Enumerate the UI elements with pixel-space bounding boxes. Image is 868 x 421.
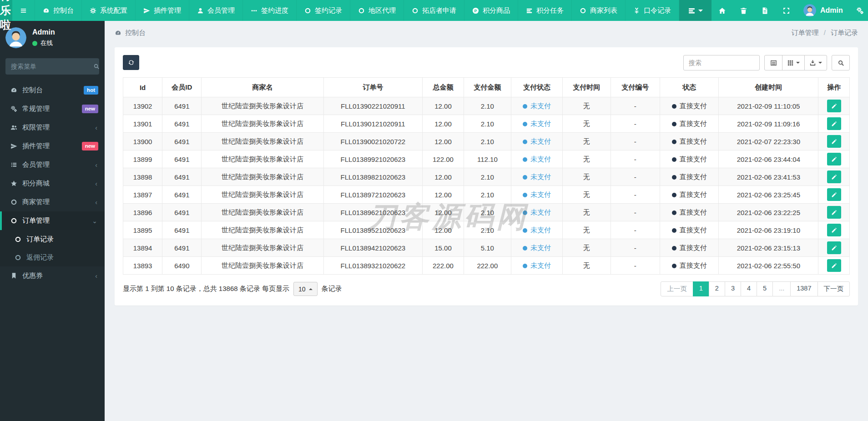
col-header-merchant[interactable]: 商家名 xyxy=(202,78,323,97)
breadcrumb-parent[interactable]: 订单管理 xyxy=(791,29,818,36)
col-header-order_no[interactable]: 订单号 xyxy=(323,78,422,97)
cell-action xyxy=(818,239,850,257)
status-dot-icon xyxy=(672,175,676,180)
nav-item-sign-records[interactable]: 签约记录 xyxy=(297,0,350,21)
cell-created: 2021-02-06 23:19:10 xyxy=(719,221,818,239)
col-header-pay_no[interactable]: 支付编号 xyxy=(611,78,660,97)
nav-fullscreen-button[interactable] xyxy=(776,0,797,21)
circle-icon xyxy=(412,7,419,14)
cell-member_id: 6491 xyxy=(162,168,202,186)
edit-button[interactable] xyxy=(827,100,841,112)
profile-status-label: 在线 xyxy=(40,39,53,47)
nav-item-sign-progress[interactable]: 签约进度 xyxy=(243,0,297,21)
status-dot-icon xyxy=(672,122,676,126)
circle-icon xyxy=(15,254,21,261)
page-next[interactable]: 下一页 xyxy=(818,281,850,296)
refresh-button[interactable] xyxy=(123,55,139,70)
table-search-input[interactable] xyxy=(683,55,760,70)
cell-action xyxy=(818,221,850,239)
col-header-paid[interactable]: 支付金额 xyxy=(464,78,511,97)
nav-user[interactable]: Admin xyxy=(797,0,849,21)
cell-status: 直接支付 xyxy=(660,115,719,133)
detail-view-button[interactable] xyxy=(764,55,782,70)
sidebar-subitem-0[interactable]: 订单记录 xyxy=(0,230,105,248)
nav-item-member-manage[interactable]: 会员管理 xyxy=(189,0,243,21)
col-header-pay_time[interactable]: 支付时间 xyxy=(563,78,611,97)
page-4[interactable]: 4 xyxy=(741,281,757,296)
col-header-member_id[interactable]: 会员ID xyxy=(162,78,202,97)
nav-item-hamburger[interactable] xyxy=(12,0,35,21)
status-dot-icon xyxy=(672,104,676,109)
nav-item-system-config[interactable]: 系统配置 xyxy=(82,0,136,21)
nav-home-button[interactable] xyxy=(712,0,733,21)
page-1387[interactable]: 1387 xyxy=(790,281,818,296)
cell-merchant: 世纪陆壹捌美妆形象设计店 xyxy=(202,150,323,168)
page-5[interactable]: 5 xyxy=(757,281,773,296)
nav-list-dropdown[interactable] xyxy=(679,0,712,21)
edit-button[interactable] xyxy=(827,259,841,272)
sidebar-search-input[interactable] xyxy=(11,63,93,70)
nav-item-shop-apply[interactable]: 拓店者申请 xyxy=(404,0,464,21)
cell-merchant: 世纪陆壹捌美妆形象设计店 xyxy=(202,257,323,275)
search-toggle-button[interactable] xyxy=(832,55,850,70)
sidebar-item-label: 优惠券 xyxy=(22,271,43,280)
edit-button[interactable] xyxy=(827,153,841,165)
edit-button[interactable] xyxy=(827,206,841,219)
sidebar-item-7[interactable]: 订单管理⌄ xyxy=(0,211,105,230)
home-icon xyxy=(718,7,726,15)
col-header-created[interactable]: 创建时间 xyxy=(719,78,818,97)
col-header-pay_status[interactable]: 支付状态 xyxy=(511,78,562,97)
pagination: 上一页12345...1387下一页 xyxy=(661,281,850,296)
cell-total: 12.00 xyxy=(422,221,464,239)
nav-item-points-goods[interactable]: 积分商品 xyxy=(464,0,518,21)
sidebar-item-4[interactable]: 会员管理‹ xyxy=(0,155,105,174)
edit-button[interactable] xyxy=(827,170,841,183)
edit-button[interactable] xyxy=(827,135,841,148)
breadcrumb-right: 订单管理 / 订单记录 xyxy=(791,29,858,37)
edit-button[interactable] xyxy=(827,241,841,254)
nav-item-password-records[interactable]: 口令记录 xyxy=(626,0,679,21)
nav-item-merchant-list[interactable]: 商家列表 xyxy=(572,0,626,21)
edit-button[interactable] xyxy=(827,117,841,130)
sidebar-item-5[interactable]: 积分商城‹ xyxy=(0,174,105,193)
sidebar-item-2[interactable]: 权限管理‹ xyxy=(0,118,105,137)
nav-item-points-tasks[interactable]: 积分任务 xyxy=(518,0,572,21)
page-2[interactable]: 2 xyxy=(709,281,725,296)
nav-settings-button[interactable] xyxy=(849,0,868,21)
nav-item-plugin-manage[interactable]: 插件管理 xyxy=(136,0,189,21)
edit-button[interactable] xyxy=(827,224,841,236)
circle-icon xyxy=(10,199,17,205)
page-...[interactable]: ... xyxy=(772,281,791,296)
cell-pay_status: 未支付 xyxy=(511,257,562,275)
cell-order_no: FLL01389921020623 xyxy=(323,150,422,168)
sidebar-item-8[interactable]: 优惠券‹ xyxy=(0,266,105,285)
col-header-status[interactable]: 状态 xyxy=(660,78,719,97)
col-header-action[interactable]: 操作 xyxy=(818,78,850,97)
edit-button[interactable] xyxy=(827,188,841,201)
nav-item-label: 签约进度 xyxy=(261,6,288,15)
nav-item-console[interactable]: 控制台 xyxy=(35,0,82,21)
export-icon xyxy=(809,60,816,66)
export-dropdown-button[interactable] xyxy=(804,55,827,70)
page-size-select[interactable]: 10 xyxy=(293,282,318,296)
nav-item-region-agent[interactable]: 地区代理 xyxy=(350,0,404,21)
columns-dropdown-button[interactable] xyxy=(782,55,805,70)
sidebar-item-0[interactable]: 控制台hot xyxy=(0,81,105,100)
col-header-total[interactable]: 总金额 xyxy=(422,78,464,97)
pay-status-label: 未支付 xyxy=(530,155,551,163)
brand-logo[interactable]: 付乐啦 xyxy=(0,0,12,21)
nav-item-label: 积分商品 xyxy=(483,6,510,15)
page-1[interactable]: 1 xyxy=(693,281,709,296)
sidebar-item-6[interactable]: 商家管理‹ xyxy=(0,193,105,211)
nav-trash-button[interactable] xyxy=(733,0,754,21)
page-prev[interactable]: 上一页 xyxy=(661,281,693,296)
page-3[interactable]: 3 xyxy=(725,281,741,296)
sidebar-item-3[interactable]: 插件管理new xyxy=(0,137,105,155)
cell-pay_time: 无 xyxy=(563,133,611,150)
col-header-id[interactable]: Id xyxy=(123,78,162,97)
cell-pay_no: - xyxy=(611,239,660,257)
sidebar-item-1[interactable]: 常规管理new xyxy=(0,100,105,118)
sidebar-subitem-1[interactable]: 返佣记录 xyxy=(0,248,105,266)
nav-log-button[interactable] xyxy=(754,0,776,21)
gears-icon xyxy=(10,105,17,112)
